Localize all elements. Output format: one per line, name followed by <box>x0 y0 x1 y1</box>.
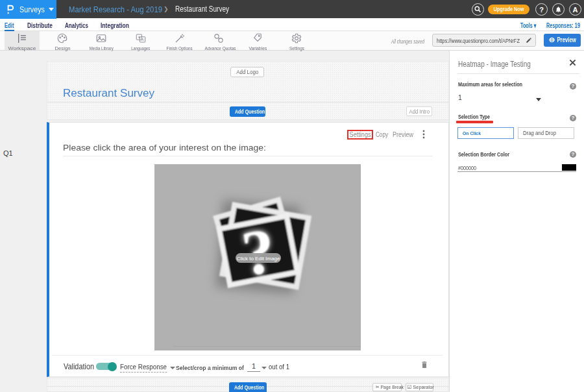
svg-text:A: A <box>141 38 144 42</box>
svg-text:★: ★ <box>138 35 141 39</box>
svg-text:Click to Edit Image: Click to Edit Image <box>237 256 280 262</box>
